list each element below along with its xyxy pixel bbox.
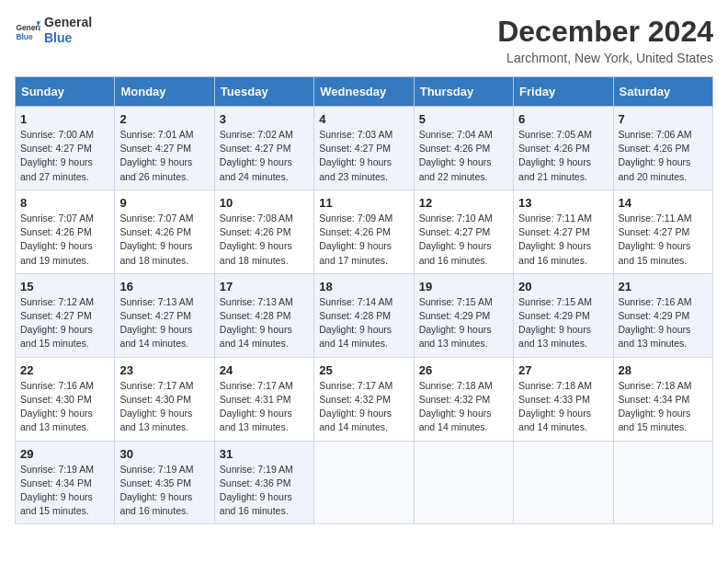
calendar-cell: 13Sunrise: 7:11 AMSunset: 4:27 PMDayligh… [514, 190, 613, 273]
day-info: Sunrise: 7:11 AMSunset: 4:27 PMDaylight:… [619, 212, 708, 268]
calendar-week-row: 15Sunrise: 7:12 AMSunset: 4:27 PMDayligh… [16, 273, 713, 357]
day-info: Sunrise: 7:14 AMSunset: 4:28 PMDaylight:… [319, 295, 408, 351]
calendar-cell [314, 441, 414, 524]
day-number: 11 [319, 196, 408, 210]
calendar-cell: 4Sunrise: 7:03 AMSunset: 4:27 PMDaylight… [314, 107, 414, 190]
day-number: 9 [119, 196, 209, 210]
svg-text:Blue: Blue [16, 32, 32, 41]
day-info: Sunrise: 7:06 AMSunset: 4:26 PMDaylight:… [619, 128, 708, 184]
calendar-cell: 5Sunrise: 7:04 AMSunset: 4:26 PMDaylight… [414, 107, 513, 190]
calendar-cell: 20Sunrise: 7:15 AMSunset: 4:29 PMDayligh… [514, 273, 613, 357]
day-number: 8 [20, 196, 109, 210]
day-number: 21 [619, 280, 708, 293]
day-info: Sunrise: 7:19 AMSunset: 4:34 PMDaylight:… [20, 463, 109, 519]
calendar-week-row: 8Sunrise: 7:07 AMSunset: 4:26 PMDaylight… [16, 190, 713, 273]
calendar-cell: 31Sunrise: 7:19 AMSunset: 4:36 PMDayligh… [214, 441, 313, 524]
calendar-cell: 9Sunrise: 7:07 AMSunset: 4:26 PMDaylight… [115, 190, 214, 273]
calendar-cell: 11Sunrise: 7:09 AMSunset: 4:26 PMDayligh… [314, 190, 414, 273]
day-number: 5 [419, 112, 508, 126]
day-header-saturday: Saturday [613, 77, 712, 107]
day-number: 6 [518, 112, 608, 126]
calendar-cell: 27Sunrise: 7:18 AMSunset: 4:33 PMDayligh… [514, 357, 613, 441]
day-info: Sunrise: 7:04 AMSunset: 4:26 PMDaylight:… [419, 128, 508, 184]
day-info: Sunrise: 7:07 AMSunset: 4:26 PMDaylight:… [20, 212, 109, 268]
calendar-cell [514, 441, 613, 524]
calendar-cell [613, 441, 712, 524]
day-info: Sunrise: 7:19 AMSunset: 4:35 PMDaylight:… [119, 463, 209, 519]
day-number: 20 [518, 280, 608, 293]
day-number: 16 [119, 280, 209, 293]
calendar-cell: 18Sunrise: 7:14 AMSunset: 4:28 PMDayligh… [314, 273, 414, 357]
day-header-sunday: Sunday [16, 77, 115, 107]
calendar-cell: 30Sunrise: 7:19 AMSunset: 4:35 PMDayligh… [115, 441, 214, 524]
main-title: December 2024 [497, 15, 713, 49]
day-number: 17 [220, 280, 309, 293]
day-number: 2 [119, 112, 209, 126]
day-number: 30 [119, 447, 209, 461]
calendar-week-row: 22Sunrise: 7:16 AMSunset: 4:30 PMDayligh… [16, 357, 713, 441]
calendar-cell: 25Sunrise: 7:17 AMSunset: 4:32 PMDayligh… [314, 357, 414, 441]
day-header-thursday: Thursday [414, 77, 513, 107]
day-number: 22 [20, 363, 109, 377]
day-info: Sunrise: 7:11 AMSunset: 4:27 PMDaylight:… [518, 212, 608, 268]
day-info: Sunrise: 7:09 AMSunset: 4:26 PMDaylight:… [319, 212, 408, 268]
day-number: 27 [518, 363, 608, 377]
day-number: 23 [119, 363, 209, 377]
calendar-cell: 23Sunrise: 7:17 AMSunset: 4:30 PMDayligh… [115, 357, 214, 441]
day-number: 13 [518, 196, 608, 210]
calendar-cell: 16Sunrise: 7:13 AMSunset: 4:27 PMDayligh… [115, 273, 214, 357]
day-info: Sunrise: 7:00 AMSunset: 4:27 PMDaylight:… [20, 128, 109, 184]
calendar-cell: 21Sunrise: 7:16 AMSunset: 4:29 PMDayligh… [613, 273, 712, 357]
day-info: Sunrise: 7:16 AMSunset: 4:29 PMDaylight:… [619, 295, 708, 351]
calendar-cell: 1Sunrise: 7:00 AMSunset: 4:27 PMDaylight… [16, 107, 115, 190]
calendar-cell: 22Sunrise: 7:16 AMSunset: 4:30 PMDayligh… [16, 357, 115, 441]
calendar-cell: 10Sunrise: 7:08 AMSunset: 4:26 PMDayligh… [214, 190, 313, 273]
day-info: Sunrise: 7:17 AMSunset: 4:30 PMDaylight:… [119, 379, 209, 435]
day-number: 28 [619, 363, 708, 377]
day-number: 12 [419, 196, 508, 210]
day-info: Sunrise: 7:15 AMSunset: 4:29 PMDaylight:… [518, 295, 608, 351]
day-info: Sunrise: 7:17 AMSunset: 4:31 PMDaylight:… [220, 379, 309, 435]
subtitle: Larchmont, New York, United States [497, 51, 713, 65]
title-area: December 2024 Larchmont, New York, Unite… [497, 15, 713, 65]
calendar-cell: 29Sunrise: 7:19 AMSunset: 4:34 PMDayligh… [16, 441, 115, 524]
day-info: Sunrise: 7:10 AMSunset: 4:27 PMDaylight:… [419, 212, 508, 268]
svg-text:General: General [16, 23, 40, 32]
day-number: 31 [220, 447, 309, 461]
day-info: Sunrise: 7:18 AMSunset: 4:34 PMDaylight:… [619, 379, 708, 435]
day-info: Sunrise: 7:15 AMSunset: 4:29 PMDaylight:… [419, 295, 508, 351]
logo-blue-text: Blue [44, 30, 92, 46]
logo-general-text: General [44, 15, 92, 30]
day-number: 26 [419, 363, 508, 377]
calendar-cell: 14Sunrise: 7:11 AMSunset: 4:27 PMDayligh… [613, 190, 712, 273]
calendar-cell: 2Sunrise: 7:01 AMSunset: 4:27 PMDaylight… [115, 107, 214, 190]
day-info: Sunrise: 7:12 AMSunset: 4:27 PMDaylight:… [20, 295, 109, 351]
day-number: 7 [619, 112, 708, 126]
day-header-tuesday: Tuesday [214, 77, 313, 107]
calendar-cell: 12Sunrise: 7:10 AMSunset: 4:27 PMDayligh… [414, 190, 513, 273]
day-number: 1 [20, 112, 109, 126]
day-number: 19 [419, 280, 508, 293]
calendar-cell [414, 441, 513, 524]
day-info: Sunrise: 7:17 AMSunset: 4:32 PMDaylight:… [319, 379, 408, 435]
calendar-cell: 26Sunrise: 7:18 AMSunset: 4:32 PMDayligh… [414, 357, 513, 441]
calendar-cell: 8Sunrise: 7:07 AMSunset: 4:26 PMDaylight… [16, 190, 115, 273]
calendar-table: SundayMondayTuesdayWednesdayThursdayFrid… [15, 76, 713, 524]
day-number: 25 [319, 363, 408, 377]
day-info: Sunrise: 7:13 AMSunset: 4:27 PMDaylight:… [119, 295, 209, 351]
logo-icon: General Blue [15, 17, 40, 43]
day-info: Sunrise: 7:18 AMSunset: 4:33 PMDaylight:… [518, 379, 608, 435]
day-number: 3 [220, 112, 309, 126]
day-info: Sunrise: 7:18 AMSunset: 4:32 PMDaylight:… [419, 379, 508, 435]
day-info: Sunrise: 7:03 AMSunset: 4:27 PMDaylight:… [319, 128, 408, 184]
calendar-cell: 24Sunrise: 7:17 AMSunset: 4:31 PMDayligh… [214, 357, 313, 441]
day-info: Sunrise: 7:16 AMSunset: 4:30 PMDaylight:… [20, 379, 109, 435]
day-number: 29 [20, 447, 109, 461]
day-info: Sunrise: 7:02 AMSunset: 4:27 PMDaylight:… [220, 128, 309, 184]
page-header: General Blue General Blue December 2024 … [15, 15, 713, 65]
day-header-monday: Monday [115, 77, 214, 107]
logo: General Blue General Blue [15, 15, 92, 46]
day-number: 18 [319, 280, 408, 293]
day-info: Sunrise: 7:07 AMSunset: 4:26 PMDaylight:… [119, 212, 209, 268]
calendar-cell: 7Sunrise: 7:06 AMSunset: 4:26 PMDaylight… [613, 107, 712, 190]
